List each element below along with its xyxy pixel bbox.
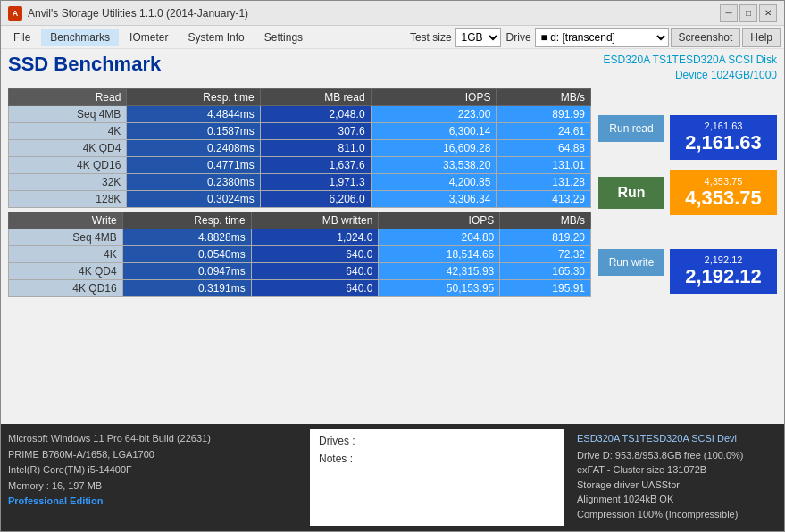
device-line-1: exFAT - Cluster size 131072B — [577, 462, 777, 478]
device-info: ESD320A TS1TESD320A SCSI Disk Device 102… — [603, 53, 777, 83]
mb-written-header: MB written — [251, 212, 379, 229]
write-score-box: 2,192.12 2,192.12 — [670, 249, 777, 294]
read-score-box: 2,161.63 2,161.63 — [670, 115, 777, 160]
write-row-mbs: 819.20 — [500, 229, 591, 245]
read-row-mbs: 131.28 — [497, 173, 591, 190]
read-row-mb: 811.0 — [260, 139, 371, 156]
menu-bar: File Benchmarks IOmeter System Info Sett… — [1, 26, 784, 49]
test-size-section: Test size 1GB — [410, 28, 501, 47]
mbs-header: MB/s — [497, 88, 591, 105]
drives-label: Drives : — [319, 435, 555, 447]
read-row-label: 4K QD16 — [9, 156, 127, 173]
read-row-iops: 223.00 — [371, 105, 497, 122]
table-section: Read Resp. time MB read IOPS MB/s Seq 4M… — [8, 88, 591, 417]
iops-write-header: IOPS — [379, 212, 500, 229]
test-size-select[interactable]: 1GB — [455, 28, 501, 47]
menu-system-info[interactable]: System Info — [179, 29, 253, 46]
write-row-resp: 0.0540ms — [122, 245, 251, 262]
read-row-label: 4K — [9, 122, 127, 139]
read-table-row: 4K QD4 0.2408ms 811.0 16,609.28 64.88 — [9, 139, 591, 156]
mbs-write-header: MB/s — [500, 212, 591, 229]
write-row-iops: 18,514.66 — [379, 245, 500, 262]
write-table: Write Resp. time MB written IOPS MB/s Se… — [8, 212, 591, 297]
app-icon: A — [8, 6, 22, 21]
write-row-mbs: 165.30 — [500, 262, 591, 279]
title-bar-left: A Anvil's Storage Utilities 1.1.0 (2014-… — [8, 6, 248, 21]
read-table-row: 4K QD16 0.4771ms 1,637.6 33,538.20 131.0… — [9, 156, 591, 173]
write-row-resp: 0.3191ms — [122, 279, 251, 296]
drive-label: Drive — [506, 31, 531, 44]
read-table-row: 128K 0.3024ms 6,206.0 3,306.34 413.29 — [9, 190, 591, 207]
read-row-mbs: 131.01 — [497, 156, 591, 173]
run-write-button[interactable]: Run write — [598, 249, 664, 276]
total-score-box: 4,353.75 4,353.75 — [670, 170, 777, 215]
write-row-iops: 204.80 — [379, 229, 500, 245]
device-line1: ESD320A TS1TESD320A SCSI Disk — [603, 53, 777, 68]
read-row-mbs: 64.88 — [497, 139, 591, 156]
window-title: Anvil's Storage Utilities 1.1.0 (2014-Ja… — [28, 7, 248, 20]
read-row-label: 4K QD4 — [9, 139, 127, 156]
write-table-row: 4K QD16 0.3191ms 640.0 50,153.95 195.91 — [9, 279, 591, 296]
run-button[interactable]: Run — [598, 177, 664, 209]
write-row-label: Seq 4MB — [9, 229, 123, 245]
resp-time-write-header: Resp. time — [122, 212, 251, 229]
menu-iometer[interactable]: IOmeter — [121, 29, 177, 46]
minimize-button[interactable]: ─ — [720, 4, 738, 22]
benchmark-area: Read Resp. time MB read IOPS MB/s Seq 4M… — [8, 88, 777, 417]
drive-section: Drive ■ d: [transcend] — [506, 28, 669, 47]
maximize-button[interactable]: □ — [739, 4, 757, 22]
read-row-mb: 1,637.6 — [260, 156, 371, 173]
read-row-iops: 33,538.20 — [371, 156, 497, 173]
menu-settings[interactable]: Settings — [255, 29, 312, 46]
write-row-mb: 640.0 — [251, 279, 379, 296]
write-row-mbs: 195.91 — [500, 279, 591, 296]
read-row-label: 32K — [9, 173, 127, 190]
write-row-label: 4K QD4 — [9, 262, 123, 279]
sys-info-0: Microsoft Windows 11 Pro 64-bit Build (2… — [8, 431, 297, 447]
read-row-resp: 4.4844ms — [127, 105, 260, 122]
read-row-iops: 3,306.34 — [371, 190, 497, 207]
device-line-0: Drive D: 953.8/953.8GB free (100.0%) — [577, 448, 777, 463]
mb-read-header: MB read — [260, 88, 371, 105]
bottom-panel: Microsoft Windows 11 Pro 64-bit Build (2… — [1, 424, 784, 531]
read-row-mb: 6,206.0 — [260, 190, 371, 207]
title-bar-controls: ─ □ ✕ — [720, 4, 777, 22]
right-panel: Run read 2,161.63 2,161.63 Run 4,353.75 … — [598, 88, 777, 417]
read-table-row: Seq 4MB 4.4844ms 2,048.0 223.00 891.99 — [9, 105, 591, 122]
write-row-resp: 0.0947ms — [122, 262, 251, 279]
read-header: Read — [9, 88, 127, 105]
close-button[interactable]: ✕ — [759, 4, 777, 22]
ssd-title: SSD Benchmark — [8, 53, 161, 76]
device-line-4: Alignment 1024kB OK — [577, 492, 777, 507]
read-table: Read Resp. time MB read IOPS MB/s Seq 4M… — [8, 88, 591, 208]
menu-file[interactable]: File — [4, 29, 39, 46]
write-row-label: 4K QD16 — [9, 279, 123, 296]
title-bar: A Anvil's Storage Utilities 1.1.0 (2014-… — [1, 1, 784, 26]
read-row-iops: 16,609.28 — [371, 139, 497, 156]
run-read-button[interactable]: Run read — [598, 115, 664, 142]
write-row-mb: 640.0 — [251, 245, 379, 262]
read-row-label: Seq 4MB — [9, 105, 127, 122]
menu-benchmarks[interactable]: Benchmarks — [41, 29, 119, 46]
bottom-right: ESD320A TS1TESD320A SCSI Devi Drive D: 9… — [570, 424, 784, 531]
ssd-header: SSD Benchmark ESD320A TS1TESD320A SCSI D… — [8, 53, 777, 83]
screenshot-button[interactable]: Screenshot — [671, 28, 741, 47]
read-table-row: 4K 0.1587ms 307.6 6,300.14 24.61 — [9, 122, 591, 139]
read-row-resp: 0.1587ms — [127, 122, 260, 139]
resp-time-header: Resp. time — [127, 88, 260, 105]
write-row-label: 4K — [9, 245, 123, 262]
help-button[interactable]: Help — [742, 28, 781, 47]
bottom-center: Drives : Notes : — [310, 429, 564, 526]
read-row-mb: 307.6 — [260, 122, 371, 139]
read-row-resp: 0.2380ms — [127, 173, 260, 190]
write-row-iops: 42,315.93 — [379, 262, 500, 279]
write-score-small: 2,192.12 — [681, 254, 766, 265]
device-line-5: Compression 100% (Incompressible) — [577, 507, 777, 522]
write-row-mbs: 72.32 — [500, 245, 591, 262]
write-row-mb: 640.0 — [251, 262, 379, 279]
device-line-2: Storage driver UASStor — [577, 478, 777, 493]
write-row-iops: 50,153.95 — [379, 279, 500, 296]
write-table-row: 4K 0.0540ms 640.0 18,514.66 72.32 — [9, 245, 591, 262]
drive-select[interactable]: ■ d: [transcend] — [535, 28, 669, 47]
notes-label: Notes : — [319, 453, 555, 465]
